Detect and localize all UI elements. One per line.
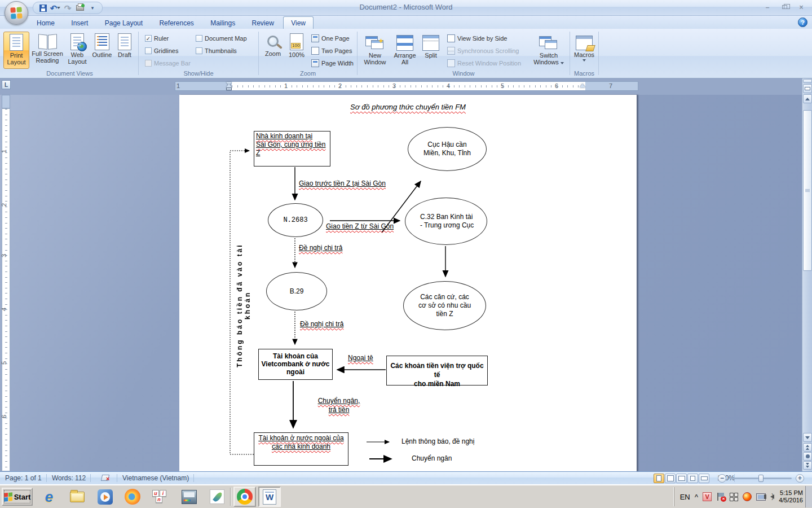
label-giao-tien[interactable]: Giao tiền Z từ Sài Gòn	[326, 222, 394, 230]
view-draft-button[interactable]	[699, 474, 709, 483]
scroll-down-button[interactable]	[803, 433, 812, 442]
scroll-thumb[interactable]	[803, 110, 812, 271]
previous-page-button[interactable]	[803, 443, 812, 452]
get-windows-icon[interactable]	[730, 493, 738, 501]
action-center-icon[interactable]: ×	[716, 492, 725, 501]
draft-button[interactable]: Draft	[114, 32, 135, 69]
web-layout-button[interactable]: Web Layout	[65, 32, 90, 69]
node-n2683[interactable]: N.2683	[268, 203, 323, 237]
diagram-title[interactable]: Sơ đồ phương thức chuyển tiền FM	[179, 103, 637, 111]
node-c32[interactable]: C.32 Ban Kinh tài - Trung ương Cục	[405, 198, 487, 245]
vertical-scrollbar[interactable]	[802, 78, 812, 471]
restore-button[interactable]	[777, 2, 792, 12]
internet-explorer-shortcut[interactable]: e	[41, 488, 58, 505]
tray-chevron-icon[interactable]: ^	[695, 493, 698, 500]
page-width-button[interactable]: Page Width	[311, 59, 354, 68]
tab-references[interactable]: References	[152, 17, 201, 29]
node-cuc-hau-can[interactable]: Cục Hậu cần Miền, Khu, Tỉnh	[408, 127, 487, 171]
media-player-shortcut[interactable]	[96, 488, 113, 505]
language-indicator[interactable]: Vietnamese (Vietnam)	[117, 472, 194, 484]
new-window-button[interactable]: New Window	[361, 32, 389, 69]
one-page-button[interactable]: One Page	[311, 34, 350, 43]
show-desktop-button[interactable]	[805, 486, 812, 507]
node-can-cu[interactable]: Các căn cứ, các cơ sở có nhu cầu tiền Z	[403, 281, 486, 330]
word-count[interactable]: Words: 112	[47, 472, 91, 484]
close-button[interactable]: ×	[794, 2, 809, 12]
tab-home[interactable]: Home	[29, 17, 62, 29]
scanner-app-shortcut[interactable]	[180, 488, 197, 505]
gridlines-checkbox[interactable]: Gridlines	[145, 46, 178, 55]
switch-windows-button[interactable]: Switch Windows	[532, 32, 566, 69]
node-foreign-account-box[interactable]: Tài khoản ở nước ngoài của các nhà kinh …	[254, 432, 348, 466]
node-business-box[interactable]: Nhà kinh doanh tại Sài Gòn, cung ứng tiề…	[254, 131, 330, 167]
zoom-in-button[interactable]: +	[796, 474, 804, 483]
tab-review[interactable]: Review	[245, 17, 281, 29]
chrome-task-button[interactable]	[233, 487, 256, 507]
zoom-100-button[interactable]: 100%	[285, 32, 308, 69]
view-print-layout-button[interactable]	[654, 474, 664, 483]
zoom-slider[interactable]	[730, 478, 792, 479]
office-button[interactable]	[5, 1, 28, 25]
thumbnails-checkbox[interactable]: Thumbnails	[196, 46, 237, 55]
document-page[interactable]: Sơ đồ phương thức chuyển tiền FM Nhà kin…	[179, 95, 637, 471]
hanging-indent-marker[interactable]	[226, 84, 232, 87]
legend-chuyen-ngan[interactable]: Chuyển ngân	[412, 454, 452, 462]
unikey-shortcut[interactable]: uin	[151, 488, 168, 505]
volume-icon[interactable]	[770, 494, 774, 499]
antivirus-shield-icon[interactable]	[743, 492, 752, 501]
label-ngoai-te[interactable]: Ngoại tệ	[348, 354, 373, 362]
zoom-button[interactable]: Zoom	[262, 32, 284, 69]
arrange-all-button[interactable]: Arrange All	[391, 32, 419, 69]
view-web-layout-button[interactable]	[676, 474, 687, 483]
print-preview-button[interactable]	[75, 3, 85, 13]
outline-button[interactable]: Outline	[91, 32, 113, 69]
start-button[interactable]: Start	[2, 488, 33, 506]
customize-qat-button[interactable]: ▾	[87, 3, 98, 13]
photo-editor-shortcut[interactable]	[209, 488, 226, 505]
page-indicator[interactable]: Page: 1 of 1	[0, 472, 47, 484]
help-button[interactable]: ?	[798, 17, 807, 27]
label-thong-bao-vertical[interactable]: Thông báo tiền đã vào tài khoản	[236, 234, 251, 376]
label-de-nghi-chi-tra-1[interactable]: Đề nghị chi trả	[299, 244, 342, 252]
view-full-screen-button[interactable]	[665, 474, 676, 483]
split-handle[interactable]	[803, 79, 812, 83]
ruler-toggle-button[interactable]	[803, 84, 812, 93]
two-pages-button[interactable]: Two Pages	[311, 46, 352, 55]
legend-lenh-thong-bao[interactable]: Lệnh thông báo, đề nghị	[401, 437, 474, 445]
label-chuyen-ngan-tra-tien[interactable]: Chuyển ngân, trả tiền	[314, 396, 364, 414]
next-page-button[interactable]	[803, 461, 812, 470]
ruler-checkbox[interactable]: ✓ Ruler	[145, 34, 169, 43]
node-vietcombank-box[interactable]: Tài khoản của Vietcombank ở nước ngoài	[258, 349, 333, 380]
document-map-checkbox[interactable]: Document Map	[196, 34, 247, 43]
view-side-by-side-button[interactable]: View Side by Side	[447, 34, 507, 43]
word-task-button[interactable]: W	[258, 487, 281, 507]
macros-button[interactable]: Macros	[572, 32, 597, 69]
label-giao-truoc[interactable]: Giao trước tiền Z tại Sài Gòn	[299, 179, 386, 187]
zoom-out-button[interactable]: −	[718, 474, 726, 483]
tab-view[interactable]: View	[283, 16, 314, 29]
tab-mailings[interactable]: Mailings	[203, 17, 242, 29]
redo-button[interactable]: ↷	[63, 3, 73, 13]
file-explorer-shortcut[interactable]	[69, 488, 86, 505]
label-de-nghi-chi-tra-2[interactable]: Đề nghị chi trả	[300, 320, 343, 328]
tab-insert[interactable]: Insert	[64, 17, 95, 29]
left-indent-marker[interactable]	[226, 87, 232, 90]
tab-selector-button[interactable]: L	[2, 80, 11, 89]
node-b29[interactable]: B.29	[266, 272, 327, 310]
vietkey-tray-icon[interactable]: V	[703, 492, 712, 501]
save-button[interactable]	[38, 3, 48, 13]
right-indent-marker[interactable]	[580, 84, 585, 87]
minimize-button[interactable]: –	[760, 2, 775, 12]
firefox-shortcut[interactable]	[124, 488, 141, 505]
zoom-slider-thumb[interactable]	[758, 475, 764, 482]
full-screen-reading-button[interactable]: Full Screen Reading	[31, 32, 64, 69]
scroll-up-button[interactable]	[803, 94, 812, 103]
print-layout-button[interactable]: Print Layout	[3, 32, 29, 69]
tab-page-layout[interactable]: Page Layout	[98, 17, 150, 29]
node-vien-tro-box[interactable]: Các khoản tiền viện trợ quốc tế cho miền…	[386, 356, 488, 386]
clock[interactable]: 5:15 PM 4/5/2016	[779, 489, 803, 504]
view-outline-button[interactable]	[687, 474, 698, 483]
language-bar[interactable]: EN	[680, 493, 690, 501]
select-browse-object-button[interactable]	[803, 452, 812, 461]
proofing-status[interactable]: ×	[95, 472, 117, 484]
